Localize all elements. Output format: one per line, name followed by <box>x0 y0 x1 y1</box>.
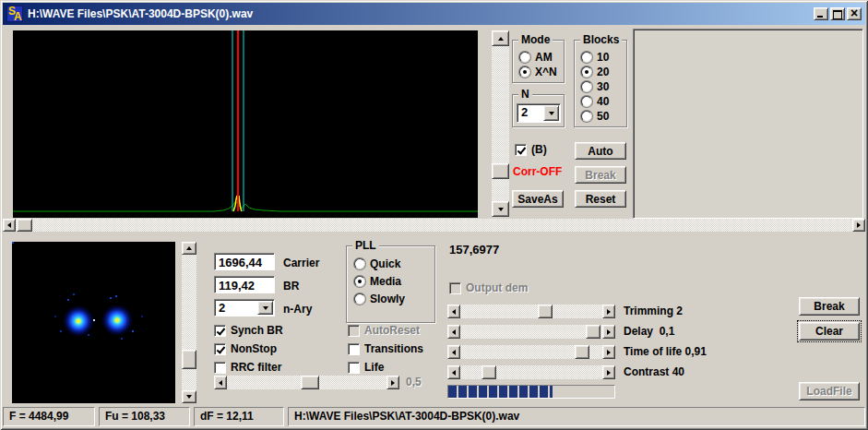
nary-combobox[interactable]: 2 <box>214 299 275 317</box>
slider-right-button[interactable] <box>602 305 615 318</box>
slider-thumb[interactable] <box>586 325 600 339</box>
scroll-thumb[interactable] <box>492 163 509 179</box>
slider-right-button[interactable] <box>602 325 615 339</box>
radio-selected-icon <box>519 66 530 78</box>
slider-track[interactable] <box>447 305 615 318</box>
slider-left-button[interactable] <box>447 325 460 339</box>
nary-label: n-Ary <box>283 303 312 316</box>
radio-icon <box>519 52 530 63</box>
slider-right-button[interactable] <box>386 376 399 389</box>
right-arrow-icon <box>607 329 611 335</box>
checkbox-label: RRC filter <box>231 361 281 374</box>
time-of-life-slider[interactable] <box>447 345 615 359</box>
spectrum-horizontal-scrollbar[interactable] <box>3 219 865 232</box>
radio-blocks-40[interactable]: 40 <box>581 95 609 108</box>
slider-thumb[interactable] <box>538 305 553 318</box>
maximize-icon[interactable] <box>830 7 845 20</box>
radio-label: 10 <box>597 51 609 64</box>
radio-label: 50 <box>597 110 609 123</box>
br-input[interactable]: 119,42 <box>214 276 275 293</box>
trimming-slider[interactable] <box>447 305 615 318</box>
checkbox-icon <box>348 343 360 355</box>
radio-blocks-20[interactable]: 20 <box>581 66 609 78</box>
checkbox-label: Transitions <box>364 342 423 355</box>
nonstop-checkbox[interactable]: NonStop <box>214 342 277 355</box>
title-bar[interactable]: S A H:\WAVE Files\PSK\AT-3004D-BPSK(0).w… <box>3 3 865 25</box>
b-checkbox[interactable]: (B) <box>515 143 547 156</box>
slider-thumb[interactable] <box>482 365 496 379</box>
scroll-down-button[interactable] <box>182 390 196 403</box>
break-bottom-button[interactable]: Break <box>799 297 860 316</box>
slider-left-button[interactable] <box>214 376 227 389</box>
slider-track[interactable] <box>447 345 615 359</box>
slider-right-button[interactable] <box>602 365 615 379</box>
rrc-slider[interactable] <box>214 376 399 389</box>
br-label: BR <box>283 280 299 293</box>
rrc-slider-value: 0,5 <box>406 376 422 389</box>
spectrum-display[interactable] <box>13 30 478 218</box>
carrier-input[interactable]: 1696,44 <box>214 253 275 270</box>
mode-group-title: Mode <box>518 33 553 46</box>
right-arrow-icon <box>607 370 611 376</box>
radio-pll-slowly[interactable]: Slowly <box>354 293 405 305</box>
chevron-down-icon <box>549 112 554 115</box>
blocks-group-title: Blocks <box>580 33 622 46</box>
radio-blocks-30[interactable]: 30 <box>581 80 609 93</box>
radio-mode-am[interactable]: AM <box>519 51 553 64</box>
constellation-cluster-left <box>62 305 95 338</box>
down-arrow-icon <box>186 395 192 399</box>
radio-pll-quick[interactable]: Quick <box>354 257 400 270</box>
slider-thumb[interactable] <box>575 345 589 359</box>
scroll-right-button[interactable] <box>852 219 865 232</box>
slider-right-button[interactable] <box>602 345 615 359</box>
auto-button[interactable]: Auto <box>575 142 626 160</box>
spectrum-vertical-scrollbar[interactable] <box>492 30 509 217</box>
synch-br-checkbox[interactable]: Synch BR <box>214 324 283 337</box>
scroll-thumb[interactable] <box>182 350 196 369</box>
constellation-vertical-scrollbar[interactable] <box>182 242 196 403</box>
dropdown-button[interactable] <box>257 301 273 315</box>
output-dem-checkbox: Output dem <box>449 281 528 294</box>
radio-label: Media <box>370 275 401 288</box>
frequency-readout: 157,6977 <box>449 243 499 257</box>
constellation-cluster-right <box>101 304 134 337</box>
left-arrow-icon <box>452 309 456 315</box>
slider-left-button[interactable] <box>447 305 460 318</box>
reset-button[interactable]: Reset <box>575 190 626 208</box>
trimming-label: Trimming 2 <box>624 305 683 318</box>
radio-icon <box>354 293 365 305</box>
saveas-button[interactable]: SaveAs <box>512 190 564 208</box>
radio-blocks-50[interactable]: 50 <box>581 110 609 123</box>
slider-thumb[interactable] <box>301 376 319 389</box>
progress-bar <box>447 385 615 399</box>
rrc-filter-checkbox[interactable]: RRC filter <box>214 361 281 374</box>
blocks-group: Blocks 10 20 30 40 50 <box>574 40 627 127</box>
slider-left-button[interactable] <box>447 365 460 379</box>
radio-blocks-10[interactable]: 10 <box>581 51 609 64</box>
slider-left-button[interactable] <box>447 345 460 359</box>
scroll-up-button[interactable] <box>492 30 509 46</box>
dropdown-button[interactable] <box>543 105 559 121</box>
contrast-slider[interactable] <box>447 365 615 379</box>
radio-selected-icon <box>581 66 592 78</box>
radio-mode-xn[interactable]: X^N <box>519 66 557 78</box>
break-top-button: Break <box>575 166 626 184</box>
slider-track[interactable] <box>447 365 615 379</box>
minimize-icon[interactable] <box>814 7 828 20</box>
close-icon[interactable] <box>847 7 862 20</box>
scroll-down-button[interactable] <box>492 201 509 217</box>
radio-icon <box>581 81 592 92</box>
radio-label: 40 <box>597 95 609 108</box>
clear-button[interactable]: Clear <box>799 322 860 340</box>
life-checkbox[interactable]: Life <box>348 361 384 374</box>
transitions-checkbox[interactable]: Transitions <box>348 342 423 355</box>
scroll-thumb[interactable] <box>17 219 32 232</box>
radio-pll-media[interactable]: Media <box>354 275 401 288</box>
left-arrow-icon <box>219 380 222 386</box>
n-combobox[interactable]: 2 <box>517 103 561 123</box>
delay-slider[interactable] <box>447 325 615 339</box>
right-arrow-icon <box>607 350 611 355</box>
scroll-up-button[interactable] <box>182 242 196 255</box>
scroll-left-button[interactable] <box>3 219 16 232</box>
n-combobox-value: 2 <box>517 104 542 122</box>
